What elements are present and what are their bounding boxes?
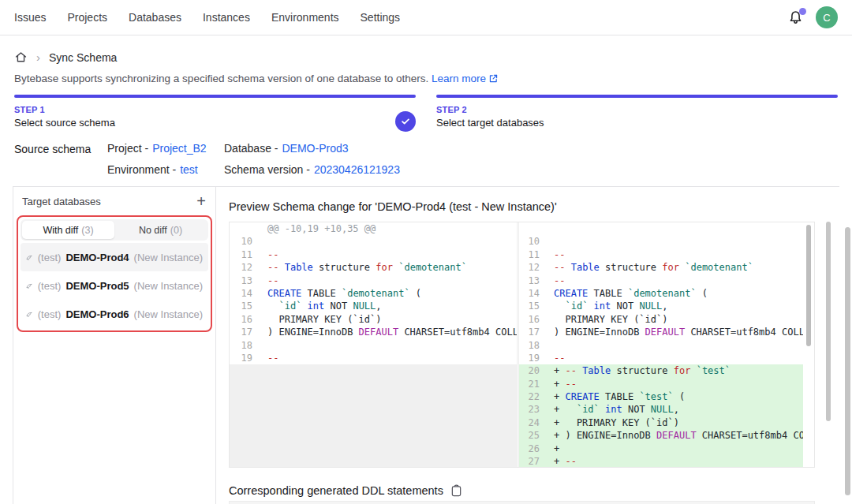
diff-line: 10 (230, 235, 517, 248)
field-project-label: Project - (107, 142, 148, 155)
tab-with-diff-label: With diff (43, 225, 78, 236)
nav-item-environments[interactable]: Environments (271, 11, 339, 24)
diff-line: @@ -10,19 +10,35 @@ (230, 222, 517, 235)
main-content: Target databases + With diff (3) No diff… (13, 186, 839, 504)
user-avatar[interactable]: C (816, 6, 838, 28)
breadcrumb: › Sync Schema (0, 35, 852, 64)
line-number: 11 (230, 248, 260, 261)
step-2: STEP 2 Select target databases (436, 95, 838, 129)
line-number: 14 (519, 287, 546, 300)
step-2-title: Select target databases (436, 117, 838, 129)
line-code: ) ENGINE=InnoDB DEFAULT CHARSET=utf8mb4 … (260, 326, 517, 338)
diff-line: 17) ENGINE=InnoDB DEFAULT CHARSET=utf8mb… (230, 326, 517, 338)
schema-version-link[interactable]: 20230426121923 (314, 163, 400, 176)
ddl-editor-top-edge (229, 501, 815, 504)
line-code: -- Table structure for `demotenant` (260, 261, 517, 274)
db-item-demo-prod6[interactable]: (test) DEMO-Prod6 (New Instance) (21, 300, 208, 328)
diff-editor-original-pane[interactable]: @@ -10,19 +10,35 @@1011--12-- Table stru… (230, 222, 517, 467)
diff-line-added: 23+ `id` int NOT NULL, (519, 403, 814, 416)
diff-editor-modified-pane[interactable]: 1011--12-- Table structure for `demotena… (519, 222, 814, 467)
line-code: PRIMARY KEY (`id`) (546, 313, 814, 326)
step-1-title: Select source schema (14, 117, 416, 129)
line-code (546, 339, 814, 352)
nav-item-issues[interactable]: Issues (14, 11, 46, 24)
line-number: 18 (230, 339, 260, 352)
diff-editor[interactable]: @@ -10,19 +10,35 @@1011--12-- Table stru… (229, 222, 815, 468)
line-number: 27 (519, 455, 546, 467)
tab-no-diff[interactable]: No diff (0) (114, 221, 207, 239)
diff-line: 18 (519, 339, 814, 352)
db-item-demo-prod4[interactable]: (test) DEMO-Prod4 (New Instance) (21, 243, 208, 271)
line-number: 10 (519, 235, 546, 248)
database-link[interactable]: DEMO-Prod3 (282, 142, 348, 155)
target-database-list: (test) DEMO-Prod4 (New Instance) (test) … (21, 243, 208, 328)
line-number: 25 (519, 429, 546, 442)
copy-ddl-icon[interactable] (450, 484, 462, 497)
project-link[interactable]: Project_B2 (152, 142, 206, 155)
breadcrumb-separator-icon: › (36, 51, 40, 63)
field-environment-label: Environment - (107, 163, 176, 176)
line-number (230, 222, 260, 235)
nav-item-settings[interactable]: Settings (361, 11, 401, 24)
line-number: 12 (519, 261, 546, 274)
line-code (260, 339, 517, 352)
diff-line-added: 26+ (519, 442, 814, 455)
diff-line: 13-- (230, 274, 517, 287)
page-scrollbar-thumb[interactable] (845, 227, 850, 495)
line-code: CREATE TABLE `demotenant` ( (260, 287, 517, 300)
learn-more-label: Learn more (432, 73, 486, 84)
home-icon[interactable] (14, 50, 28, 64)
editor-scrollbar-thumb[interactable] (806, 225, 811, 346)
line-number: 17 (230, 326, 260, 338)
line-number: 26 (519, 442, 546, 455)
step-1-progress-bar (14, 95, 416, 98)
line-code: `id` int NOT NULL, (260, 300, 517, 312)
line-code: -- Table structure for `demotenant` (546, 261, 814, 274)
line-number: 15 (519, 300, 546, 312)
line-code (546, 235, 814, 248)
mysql-icon (26, 309, 33, 319)
diff-line: 15 `id` int NOT NULL, (519, 300, 814, 312)
learn-more-link[interactable]: Learn more (432, 73, 499, 84)
line-number: 18 (519, 339, 546, 352)
line-number: 11 (519, 248, 546, 261)
line-number: 16 (519, 313, 546, 326)
line-code (260, 235, 517, 248)
tab-with-diff[interactable]: With diff (3) (22, 221, 114, 239)
environment-link[interactable]: test (180, 163, 198, 176)
line-code: -- (260, 248, 517, 261)
diff-line: 19-- (230, 352, 517, 364)
notification-bell-icon[interactable] (787, 9, 804, 26)
line-code: `id` int NOT NULL, (546, 300, 814, 312)
line-number: 23 (519, 403, 546, 416)
line-code: ) ENGINE=InnoDB DEFAULT CHARSET=utf8mb4 … (546, 326, 814, 338)
line-number: 24 (519, 416, 546, 429)
diff-line: 11-- (519, 248, 814, 261)
diff-line: 15 `id` int NOT NULL, (230, 300, 517, 312)
db-name-label: DEMO-Prod4 (65, 252, 129, 263)
preview-panel-scrollbar[interactable] (826, 222, 831, 421)
diff-line-added: 27+ -- (519, 455, 814, 467)
nav-item-instances[interactable]: Instances (203, 11, 250, 24)
diff-line: 13-- (519, 274, 814, 287)
line-number: 19 (519, 352, 546, 364)
line-code (546, 222, 814, 235)
db-item-demo-prod5[interactable]: (test) DEMO-Prod5 (New Instance) (21, 271, 208, 300)
line-number: 14 (230, 287, 260, 300)
nav-item-projects[interactable]: Projects (67, 11, 107, 24)
diff-empty-filler (230, 364, 517, 467)
line-code: PRIMARY KEY (`id`) (260, 313, 517, 326)
line-number: 20 (519, 364, 546, 377)
diff-line: 12-- Table structure for `demotenant` (519, 261, 814, 274)
diff-line: 12-- Table structure for `demotenant` (230, 261, 517, 274)
ddl-statements-title: Corresponding generated DDL statements (229, 484, 443, 497)
tab-with-diff-count: (3) (81, 225, 93, 236)
db-name-label: DEMO-Prod5 (65, 280, 129, 292)
nav-item-databases[interactable]: Databases (129, 11, 181, 24)
line-number (519, 222, 546, 235)
add-target-database-button[interactable]: + (196, 193, 206, 209)
line-number: 13 (230, 274, 260, 287)
intro-text: Bytebase supports synchronizing a specif… (0, 64, 852, 84)
schema-preview-panel: Preview Schema change for 'DEMO-Prod4 (t… (217, 187, 839, 504)
target-databases-title: Target databases (22, 196, 101, 207)
